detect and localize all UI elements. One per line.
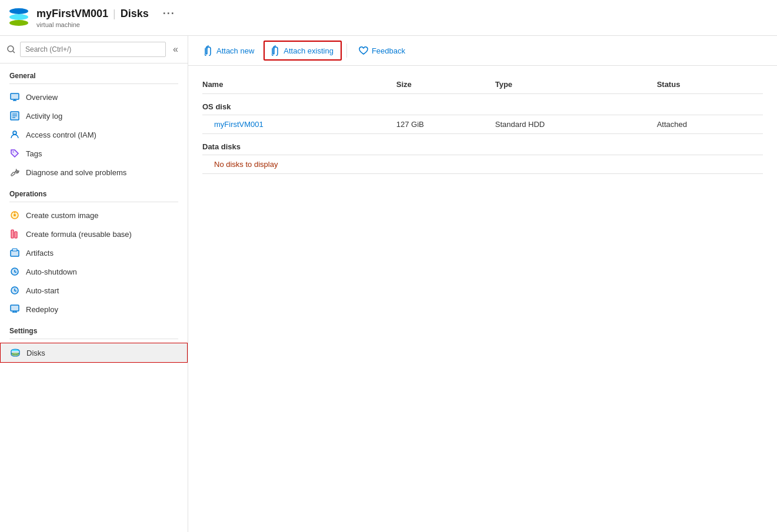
svg-point-12	[14, 214, 16, 216]
tag-icon	[9, 148, 20, 159]
sidebar-label-activity-log: Activity log	[26, 112, 62, 121]
toolbar: Attach new Attach existing Feedback	[188, 36, 777, 66]
svg-point-9	[13, 131, 16, 135]
svg-line-1	[13, 51, 15, 53]
os-disk-name-link[interactable]: myFirstVM001	[202, 120, 264, 129]
sidebar: « General Overview Activity log	[0, 36, 188, 532]
feedback-button[interactable]: Feedback	[352, 43, 412, 59]
sidebar-label-auto-shutdown: Auto-shutdown	[26, 267, 77, 276]
vm-name: myFirstVM001	[36, 8, 108, 20]
vm-logo	[9, 7, 31, 28]
sidebar-item-redeploy[interactable]: Redeploy	[0, 300, 188, 319]
sidebar-label-custom-image: Create custom image	[26, 211, 99, 220]
header-title-block: myFirstVM001 | Disks ··· virtual machine	[36, 8, 175, 28]
section-settings: Settings	[0, 319, 188, 339]
sidebar-label-disks: Disks	[26, 349, 45, 357]
heart-icon	[359, 46, 368, 55]
divider-operations	[9, 202, 178, 202]
vm-icon	[9, 7, 31, 28]
person-icon	[9, 129, 20, 140]
disk-icon	[10, 347, 21, 358]
formula-icon	[9, 229, 20, 239]
divider-general	[9, 83, 178, 84]
col-header-name: Name	[202, 75, 396, 94]
vm-subtitle: virtual machine	[36, 21, 175, 28]
monitor-icon	[9, 92, 20, 102]
no-disks-text: No disks to display	[202, 160, 278, 169]
image-icon	[9, 210, 20, 220]
list-icon	[9, 111, 20, 121]
sidebar-item-overview[interactable]: Overview	[0, 88, 188, 106]
table-row: myFirstVM001 127 GiB Standard HDD Attach…	[202, 115, 763, 134]
sidebar-item-activity-log[interactable]: Activity log	[0, 106, 188, 125]
os-disk-section-row: OS disk	[202, 94, 763, 115]
table-row: No disks to display	[202, 155, 763, 174]
col-header-size: Size	[396, 75, 495, 94]
os-disk-type: Standard HDD	[495, 115, 657, 134]
svg-rect-17	[12, 249, 17, 251]
main-content: Attach new Attach existing Feedback	[188, 36, 777, 532]
sidebar-item-custom-image[interactable]: Create custom image	[0, 206, 188, 225]
svg-rect-2	[11, 93, 19, 99]
sidebar-content: General Overview Activity log Access con…	[0, 63, 188, 532]
section-operations: Operations	[0, 182, 188, 202]
attach-existing-button[interactable]: Attach existing	[264, 41, 342, 61]
collapse-button[interactable]: «	[171, 42, 181, 57]
sidebar-label-artifacts: Artifacts	[26, 249, 54, 257]
artifacts-icon	[9, 247, 20, 258]
attach-new-button[interactable]: Attach new	[198, 42, 261, 59]
attach-existing-label: Attach existing	[284, 46, 334, 55]
divider-settings	[9, 339, 178, 339]
search-input[interactable]	[20, 42, 166, 57]
sidebar-item-diagnose[interactable]: Diagnose and solve problems	[0, 163, 188, 182]
sidebar-item-disks[interactable]: Disks	[0, 343, 188, 363]
svg-point-0	[8, 46, 14, 52]
page-header: myFirstVM001 | Disks ··· virtual machine	[0, 0, 777, 36]
sidebar-item-formula[interactable]: Create formula (reusable base)	[0, 225, 188, 243]
sidebar-label-auto-start: Auto-start	[26, 286, 59, 295]
body-layout: « General Overview Activity log	[0, 36, 777, 532]
attach-existing-icon	[272, 45, 280, 56]
col-header-status: Status	[657, 75, 763, 94]
redeploy-icon	[9, 304, 20, 314]
sidebar-label-overview: Overview	[26, 93, 58, 102]
more-options-icon[interactable]: ···	[163, 8, 175, 20]
sidebar-label-tags: Tags	[26, 149, 42, 158]
section-general: General	[0, 63, 188, 83]
attach-new-icon	[205, 45, 213, 56]
toolbar-divider	[346, 44, 347, 58]
sidebar-item-artifacts[interactable]: Artifacts	[0, 243, 188, 262]
search-bar: «	[0, 36, 188, 63]
sidebar-item-auto-start[interactable]: Auto-start	[0, 281, 188, 300]
content-area: Name Size Type Status OS disk myFirstVM0…	[188, 66, 777, 532]
clock-icon-1	[9, 266, 20, 277]
wrench-icon	[9, 167, 20, 178]
os-disk-size: 127 GiB	[396, 115, 495, 134]
page-title: Disks	[121, 8, 149, 20]
col-header-type: Type	[495, 75, 657, 94]
os-disk-status: Attached	[657, 115, 763, 134]
search-icon	[7, 45, 15, 53]
svg-point-10	[13, 152, 14, 153]
os-disk-name: myFirstVM001	[202, 115, 396, 134]
no-disks-message: No disks to display	[202, 155, 763, 174]
sidebar-item-iam[interactable]: Access control (IAM)	[0, 125, 188, 144]
header-title: myFirstVM001 | Disks ···	[36, 8, 175, 20]
svg-rect-24	[11, 305, 19, 311]
sidebar-label-formula: Create formula (reusable base)	[26, 230, 132, 239]
feedback-label: Feedback	[372, 46, 405, 55]
data-disk-section-label: Data disks	[202, 134, 763, 155]
sidebar-label-redeploy: Redeploy	[26, 305, 58, 314]
sidebar-label-iam: Access control (IAM)	[26, 131, 96, 139]
svg-rect-14	[11, 230, 14, 238]
disk-table: Name Size Type Status OS disk myFirstVM0…	[202, 75, 763, 174]
sidebar-label-diagnose: Diagnose and solve problems	[26, 168, 126, 177]
os-disk-section-label: OS disk	[202, 94, 763, 115]
data-disk-section-row: Data disks	[202, 134, 763, 155]
clock-icon-2	[9, 285, 20, 296]
attach-new-label: Attach new	[216, 46, 254, 55]
sidebar-item-auto-shutdown[interactable]: Auto-shutdown	[0, 262, 188, 281]
svg-rect-15	[15, 232, 17, 238]
sidebar-item-tags[interactable]: Tags	[0, 144, 188, 163]
title-separator: |	[113, 8, 116, 20]
